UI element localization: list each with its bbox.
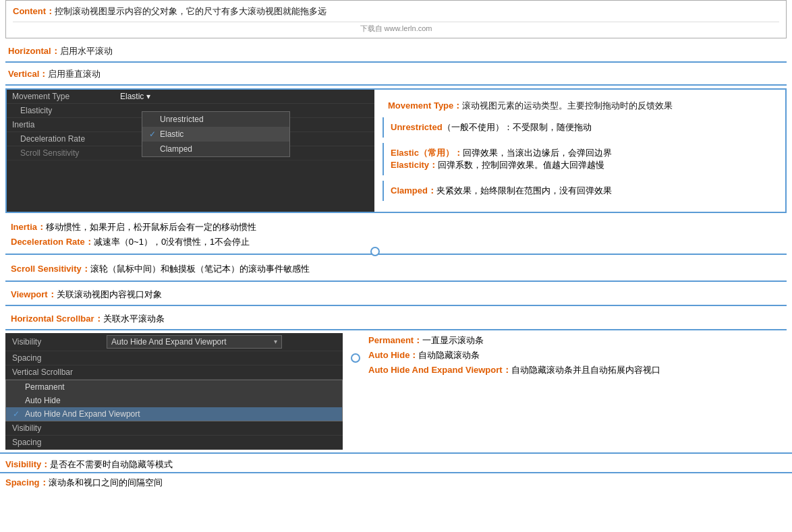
horizontal-desc: 启用水平滚动 bbox=[60, 46, 113, 56]
inspector-panel: Movement Type Elastic ▾ Elasticity Inert… bbox=[7, 90, 374, 212]
horizontal-label: Horizontal： bbox=[8, 46, 60, 56]
scroll-sensitivity-text: 滚轮（鼠标中间）和触摸板（笔记本）的滚动事件敏感性 bbox=[90, 264, 310, 274]
visibility-bottom-section: Visibility：是否在不需要时自动隐藏等模式 bbox=[0, 452, 792, 472]
scrollbar-inspector: Visibility Auto Hide And Expand Viewport… bbox=[5, 333, 343, 450]
elastic-text: 回弹效果，当滚出边缘后，会弹回边界 bbox=[463, 148, 612, 158]
sb-prop-visibility-name: Visibility bbox=[12, 337, 107, 347]
sb-popup-permanent[interactable]: Permanent bbox=[6, 380, 342, 394]
unrestricted-block: Unrestricted（一般不使用）：不受限制，随便拖动 bbox=[383, 117, 777, 138]
auto-hide-text: 自动隐藏滚动条 bbox=[418, 350, 480, 360]
sb-row-vertical-scrollbar: Vertical Scrollbar bbox=[5, 365, 343, 380]
unrestricted-paren: （一般不使用）： bbox=[443, 122, 513, 132]
visibility-bottom-label: Visibility： bbox=[5, 459, 50, 469]
auto-hide-expand-line: Auto Hide And Expand Viewport：自动隐藏滚动条并且自… bbox=[368, 363, 787, 378]
check-auto-hide-expand: ✓ bbox=[13, 409, 25, 419]
page-wrapper: Content：控制滚动视图显示内容的父对象，它的尺寸有多大滚动视图就能拖多远 … bbox=[0, 0, 792, 492]
sb-prop-spacing-name: Spacing bbox=[12, 353, 107, 363]
content-text: Content：控制滚动视图显示内容的父对象，它的尺寸有多大滚动视图就能拖多远 bbox=[13, 5, 779, 19]
scroll-sensitivity-label: Scroll Sensitivity： bbox=[11, 264, 90, 274]
prop-movement-type-value[interactable]: Elastic ▾ bbox=[120, 92, 369, 101]
elastic-line1: Elastic（常用）：回弹效果，当滚出边缘后，会弹回边界 bbox=[391, 147, 770, 159]
viewport-section: Viewport：关联滚动视图内容视口对象 bbox=[5, 285, 787, 306]
auto-hide-line: Auto Hide：自动隐藏滚动条 bbox=[368, 348, 787, 363]
elastic-block: Elastic（常用）：回弹效果，当滚出边缘后，会弹回边界 Elasticity… bbox=[383, 143, 777, 175]
dropdown-label-unrestricted: Unrestricted bbox=[160, 115, 204, 124]
deceleration-text: 减速率（0~1），0没有惯性，1不会停止 bbox=[94, 237, 250, 247]
permanent-line: Permanent：一直显示滚动条 bbox=[368, 333, 787, 348]
auto-hide-label: Auto Hide： bbox=[368, 350, 418, 360]
viewport-label: Viewport： bbox=[11, 289, 57, 299]
dropdown-item-clamped[interactable]: Clamped bbox=[142, 142, 289, 156]
sb-popup: Permanent Auto Hide ✓ Auto Hide And Expa… bbox=[5, 380, 343, 421]
sb-row-visibility2: Visibility bbox=[5, 421, 343, 436]
annotation-panel: Movement Type：滚动视图元素的运动类型。主要控制拖动时的反馈效果 U… bbox=[374, 90, 785, 212]
sb-prop-visibility-value: Auto Hide And Expand Viewport ▾ bbox=[107, 335, 336, 349]
spacing-bottom-section: Spacing：滚动条和视口之间的间隔空间 bbox=[0, 472, 792, 492]
vertical-label: Vertical： bbox=[8, 69, 48, 79]
spacing-bottom-text: 滚动条和视口之间的间隔空间 bbox=[49, 477, 163, 487]
main-panel: Movement Type Elastic ▾ Elasticity Inert… bbox=[5, 88, 787, 213]
sb-row-visibility: Visibility Auto Hide And Expand Viewport… bbox=[5, 333, 343, 351]
inertia-line: Inertia：移动惯性，如果开启，松开鼠标后会有一定的移动惯性 bbox=[11, 220, 781, 235]
h-scrollbar-text: 关联水平滚动条 bbox=[103, 314, 165, 324]
clamped-label: Clamped： bbox=[391, 185, 436, 196]
sb-popup-auto-hide-expand-label: Auto Hide And Expand Viewport bbox=[25, 409, 140, 419]
h-scrollbar-section: Horizontal Scrollbar：关联水平滚动条 bbox=[5, 309, 787, 330]
watermark: 下载自 www.lerln.com bbox=[13, 22, 779, 34]
auto-hide-expand-text: 自动隐藏滚动条并且自动拓展内容视口 bbox=[511, 365, 660, 375]
h-scrollbar-label: Horizontal Scrollbar： bbox=[11, 314, 103, 324]
elastic-line2: Elasticity：回弹系数，控制回弹效果。值越大回弹越慢 bbox=[391, 159, 770, 171]
inertia-text: 移动惯性，如果开启，松开鼠标后会有一定的移动惯性 bbox=[46, 222, 256, 232]
sb-prop-v-scrollbar-name: Vertical Scrollbar bbox=[12, 367, 107, 377]
prop-deceleration-name: Deceleration Rate bbox=[12, 134, 120, 144]
elastic-label: Elastic（常用）： bbox=[391, 148, 463, 158]
prop-inertia-name: Inertia bbox=[12, 120, 120, 129]
clamped-text: 夹紧效果，始终限制在范围内，没有回弹效果 bbox=[436, 185, 612, 196]
horizontal-section: Horizontal：启用水平滚动 bbox=[5, 41, 787, 63]
sb-visibility-dropdown[interactable]: Auto Hide And Expand Viewport ▾ bbox=[107, 335, 282, 349]
scroll-sensitivity-section: Scroll Sensitivity：滚轮（鼠标中间）和触摸板（笔记本）的滚动事… bbox=[5, 258, 787, 282]
movement-type-desc: Movement Type：滚动视图元素的运动类型。主要控制拖动时的反馈效果 bbox=[383, 95, 777, 117]
unrestricted-text: 不受限制，随便拖动 bbox=[513, 122, 592, 132]
sb-popup-auto-hide-label: Auto Hide bbox=[25, 396, 61, 405]
scrollbar-section: Visibility Auto Hide And Expand Viewport… bbox=[5, 333, 787, 450]
elasticity-text: 回弹系数，控制回弹效果。值越大回弹越慢 bbox=[438, 160, 604, 170]
sb-popup-auto-hide[interactable]: Auto Hide bbox=[6, 394, 342, 407]
dropdown-item-elastic[interactable]: ✓ Elastic bbox=[142, 127, 289, 142]
sb-dropdown-selected: Auto Hide And Expand Viewport bbox=[111, 337, 227, 347]
sb-dropdown-arrow: ▾ bbox=[274, 338, 277, 345]
inspector-row-movement-type: Movement Type Elastic ▾ bbox=[7, 90, 374, 104]
inertia-deceleration-section: Inertia：移动惯性，如果开启，松开鼠标后会有一定的移动惯性 Deceler… bbox=[5, 216, 787, 255]
deceleration-line: Deceleration Rate：减速率（0~1），0没有惯性，1不会停止 bbox=[11, 235, 781, 249]
check-elastic: ✓ bbox=[149, 129, 160, 139]
deceleration-label: Deceleration Rate： bbox=[11, 237, 94, 247]
content-label: Content： bbox=[13, 6, 55, 16]
dropdown-item-unrestricted[interactable]: Unrestricted bbox=[142, 112, 289, 127]
inertia-label: Inertia： bbox=[11, 222, 46, 232]
movement-type-text: 滚动视图元素的运动类型。主要控制拖动时的反馈效果 bbox=[462, 100, 673, 111]
sb-popup-auto-hide-expand[interactable]: ✓ Auto Hide And Expand Viewport bbox=[6, 407, 342, 421]
elasticity-label: Elasticity： bbox=[391, 160, 438, 170]
clamped-block: Clamped：夹紧效果，始终限制在范围内，没有回弹效果 bbox=[383, 181, 777, 201]
content-desc: 控制滚动视图显示内容的父对象，它的尺寸有多大滚动视图就能拖多远 bbox=[55, 6, 327, 16]
permanent-label: Permanent： bbox=[368, 335, 422, 345]
sb-connector-circle bbox=[351, 353, 360, 363]
sb-prop-visibility2-name: Visibility bbox=[12, 423, 107, 433]
unrestricted-label: Unrestricted bbox=[391, 122, 443, 132]
content-section: Content：控制滚动视图显示内容的父对象，它的尺寸有多大滚动视图就能拖多远 … bbox=[5, 0, 787, 38]
sb-prop-spacing2-name: Spacing bbox=[12, 438, 107, 447]
prop-movement-type-name: Movement Type bbox=[12, 92, 120, 101]
dropdown-popup: Unrestricted ✓ Elastic Clamped bbox=[142, 111, 290, 157]
sb-popup-permanent-label: Permanent bbox=[25, 382, 65, 392]
auto-hide-expand-label: Auto Hide And Expand Viewport： bbox=[368, 365, 511, 375]
permanent-text: 一直显示滚动条 bbox=[422, 335, 484, 345]
dropdown-label-clamped: Clamped bbox=[160, 144, 192, 154]
sb-row-spacing: Spacing bbox=[5, 351, 343, 365]
viewport-text: 关联滚动视图内容视口对象 bbox=[57, 289, 162, 299]
vertical-desc: 启用垂直滚动 bbox=[48, 69, 101, 79]
sb-connector bbox=[351, 353, 360, 363]
spacing-bottom-label: Spacing： bbox=[5, 477, 49, 487]
prop-scroll-sensitivity-name: Scroll Sensitivity bbox=[12, 148, 120, 158]
movement-type-label: Movement Type： bbox=[388, 100, 462, 111]
connector-circle bbox=[370, 247, 380, 256]
